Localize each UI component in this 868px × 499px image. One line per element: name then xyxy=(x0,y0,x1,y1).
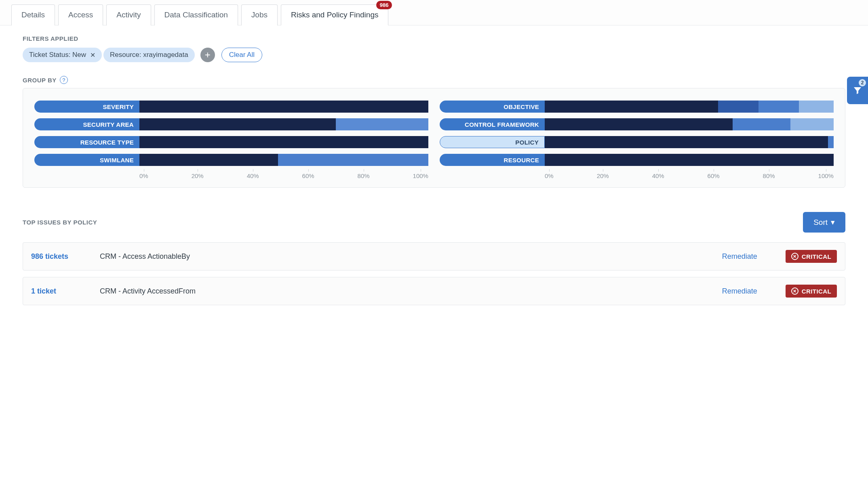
axis-tick: 80% xyxy=(763,172,775,179)
bar-segment xyxy=(545,118,733,130)
bar-segment xyxy=(828,136,834,148)
issue-name: CRM - Activity AccessedFrom xyxy=(100,287,722,296)
groupby-row: OBJECTIVE xyxy=(440,101,834,113)
bar-segment xyxy=(139,101,428,113)
ticket-count-link[interactable]: 986 tickets xyxy=(31,252,100,261)
distribution-bar xyxy=(545,154,834,166)
groupby-row: SECURITY AREA xyxy=(34,118,428,130)
groupby-option-severity[interactable]: SEVERITY xyxy=(34,101,139,113)
bar-segment xyxy=(278,154,428,166)
filter-chip[interactable]: Ticket Status: New✕ xyxy=(23,48,102,62)
bar-segment xyxy=(545,154,834,166)
bar-segment xyxy=(336,118,428,130)
topissues-label: TOP ISSUES BY POLICY xyxy=(23,219,97,226)
bar-segment xyxy=(718,101,758,113)
tab-activity[interactable]: Activity xyxy=(106,4,151,25)
groupby-panel: SEVERITYSECURITY AREARESOURCE TYPESWIMLA… xyxy=(23,88,845,188)
filters-label: FILTERS APPLIED xyxy=(23,35,845,42)
groupby-row: RESOURCE TYPE xyxy=(34,136,428,148)
axis: 0%20%40%60%80%100% xyxy=(545,172,834,179)
critical-icon: ✕ xyxy=(791,253,798,260)
filter-chip[interactable]: Resource: xrayimagedata xyxy=(103,48,195,62)
axis-tick: 40% xyxy=(247,172,259,179)
bar-segment xyxy=(799,101,834,113)
add-filter-button[interactable]: + xyxy=(200,48,215,62)
distribution-bar xyxy=(139,136,428,148)
tab-badge: 986 xyxy=(376,1,392,9)
axis: 0%20%40%60%80%100% xyxy=(139,172,428,179)
distribution-bar xyxy=(139,154,428,166)
filter-panel-toggle[interactable]: 2 xyxy=(847,77,868,104)
groupby-option-control-framework[interactable]: CONTROL FRAMEWORK xyxy=(440,118,545,130)
close-icon[interactable]: ✕ xyxy=(90,51,95,59)
funnel-icon xyxy=(853,86,862,95)
groupby-option-security-area[interactable]: SECURITY AREA xyxy=(34,118,139,130)
distribution-bar xyxy=(545,136,834,148)
groupby-row: RESOURCE xyxy=(440,154,834,166)
severity-badge: ✕CRITICAL xyxy=(786,250,837,263)
tab-jobs[interactable]: Jobs xyxy=(241,4,278,25)
severity-badge: ✕CRITICAL xyxy=(786,285,837,298)
groupby-row: SEVERITY xyxy=(34,101,428,113)
sort-label: Sort xyxy=(813,218,828,227)
groupby-option-resource[interactable]: RESOURCE xyxy=(440,154,545,166)
bar-segment xyxy=(545,101,718,113)
filters-row: Ticket Status: New✕ Resource: xrayimaged… xyxy=(23,48,845,62)
clear-all-button[interactable]: Clear All xyxy=(221,48,262,62)
axis-tick: 60% xyxy=(708,172,720,179)
bar-segment xyxy=(545,136,828,148)
axis-tick: 0% xyxy=(139,172,148,179)
groupby-header: GROUP BY ? xyxy=(23,76,845,84)
remediate-link[interactable]: Remediate xyxy=(722,287,757,296)
issue-name: CRM - Access ActionableBy xyxy=(100,252,722,261)
tabs: DetailsAccessActivityData Classification… xyxy=(0,0,868,25)
critical-icon: ✕ xyxy=(791,287,798,295)
distribution-bar xyxy=(545,118,834,130)
axis-tick: 100% xyxy=(413,172,428,179)
axis-tick: 20% xyxy=(597,172,609,179)
tab-data-classification[interactable]: Data Classification xyxy=(154,4,238,25)
bar-segment xyxy=(139,154,278,166)
axis-tick: 80% xyxy=(358,172,370,179)
remediate-link[interactable]: Remediate xyxy=(722,252,757,261)
groupby-row: POLICY xyxy=(440,136,834,148)
groupby-option-objective[interactable]: OBJECTIVE xyxy=(440,101,545,113)
groupby-row: CONTROL FRAMEWORK xyxy=(440,118,834,130)
axis-tick: 0% xyxy=(545,172,554,179)
bar-segment xyxy=(790,118,834,130)
axis-tick: 60% xyxy=(302,172,314,179)
groupby-row: SWIMLANE xyxy=(34,154,428,166)
tab-risks-and-policy-findings[interactable]: Risks and Policy Findings986 xyxy=(281,4,388,25)
tab-access[interactable]: Access xyxy=(58,4,103,25)
bar-segment xyxy=(139,136,428,148)
axis-tick: 100% xyxy=(818,172,834,179)
tab-details[interactable]: Details xyxy=(11,4,55,25)
bar-segment xyxy=(139,118,336,130)
bar-segment xyxy=(733,118,790,130)
sort-button[interactable]: Sort ▾ xyxy=(803,212,845,233)
groupby-label: GROUP BY xyxy=(23,77,57,84)
help-icon[interactable]: ? xyxy=(60,76,68,84)
groupby-option-policy[interactable]: POLICY xyxy=(440,136,545,148)
bar-segment xyxy=(758,101,799,113)
severity-text: CRITICAL xyxy=(802,253,831,260)
issue-row: 1 ticketCRM - Activity AccessedFromRemed… xyxy=(23,277,845,305)
axis-tick: 20% xyxy=(192,172,204,179)
distribution-bar xyxy=(545,101,834,113)
groupby-option-swimlane[interactable]: SWIMLANE xyxy=(34,154,139,166)
distribution-bar xyxy=(139,118,428,130)
distribution-bar xyxy=(139,101,428,113)
severity-text: CRITICAL xyxy=(802,288,831,295)
chevron-down-icon: ▾ xyxy=(831,218,835,227)
groupby-option-resource-type[interactable]: RESOURCE TYPE xyxy=(34,136,139,148)
ticket-count-link[interactable]: 1 ticket xyxy=(31,287,100,296)
filter-count-badge: 2 xyxy=(859,79,866,86)
issue-row: 986 ticketsCRM - Access ActionableByReme… xyxy=(23,242,845,270)
axis-tick: 40% xyxy=(652,172,664,179)
